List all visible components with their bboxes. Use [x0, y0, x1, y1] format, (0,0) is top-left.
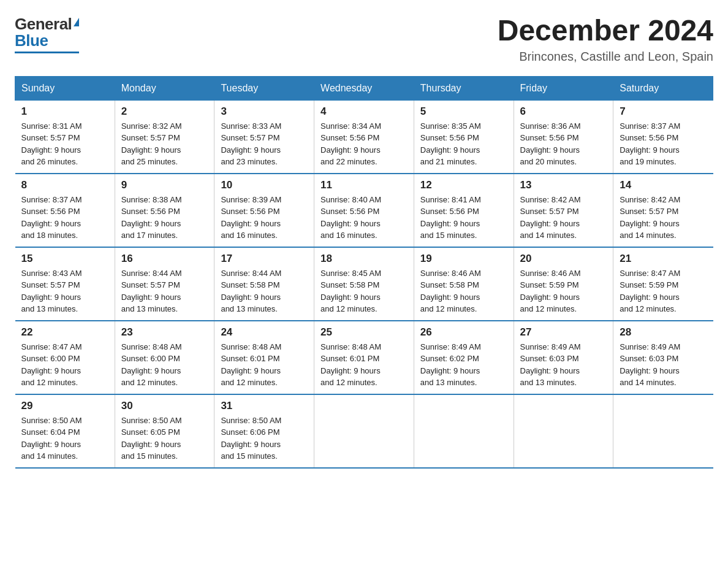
calendar-cell: 4 Sunrise: 8:34 AMSunset: 5:56 PMDayligh…	[314, 100, 414, 174]
day-number: 29	[21, 400, 108, 412]
column-header-friday: Friday	[514, 76, 613, 100]
day-number: 12	[420, 179, 507, 191]
day-number: 9	[121, 179, 208, 191]
calendar-cell: 27 Sunrise: 8:49 AMSunset: 6:03 PMDaylig…	[514, 321, 613, 394]
day-info: Sunrise: 8:48 AMSunset: 6:00 PMDaylight:…	[121, 341, 208, 389]
day-number: 11	[320, 179, 408, 191]
calendar-header-row: SundayMondayTuesdayWednesdayThursdayFrid…	[15, 76, 713, 100]
location-subtitle: Brincones, Castille and Leon, Spain	[498, 50, 713, 64]
day-info: Sunrise: 8:37 AMSunset: 5:56 PMDaylight:…	[21, 194, 108, 242]
title-block: December 2024 Brincones, Castille and Le…	[498, 15, 713, 64]
calendar-cell: 12 Sunrise: 8:41 AMSunset: 5:56 PMDaylig…	[414, 174, 514, 247]
day-info: Sunrise: 8:37 AMSunset: 5:56 PMDaylight:…	[620, 120, 707, 168]
calendar-cell: 5 Sunrise: 8:35 AMSunset: 5:56 PMDayligh…	[414, 100, 514, 174]
calendar-week-row: 1 Sunrise: 8:31 AMSunset: 5:57 PMDayligh…	[15, 100, 713, 174]
calendar-cell: 19 Sunrise: 8:46 AMSunset: 5:58 PMDaylig…	[414, 247, 514, 321]
day-info: Sunrise: 8:47 AMSunset: 5:59 PMDaylight:…	[620, 267, 707, 315]
day-info: Sunrise: 8:50 AMSunset: 6:06 PMDaylight:…	[221, 415, 308, 462]
day-info: Sunrise: 8:33 AMSunset: 5:57 PMDaylight:…	[221, 120, 308, 168]
calendar-cell	[613, 394, 713, 468]
day-info: Sunrise: 8:42 AMSunset: 5:57 PMDaylight:…	[620, 194, 707, 242]
day-info: Sunrise: 8:46 AMSunset: 5:59 PMDaylight:…	[520, 267, 607, 315]
column-header-tuesday: Tuesday	[214, 76, 314, 100]
calendar-week-row: 8 Sunrise: 8:37 AMSunset: 5:56 PMDayligh…	[15, 174, 713, 247]
calendar-cell: 22 Sunrise: 8:47 AMSunset: 6:00 PMDaylig…	[15, 321, 115, 394]
day-number: 25	[320, 326, 408, 339]
day-info: Sunrise: 8:49 AMSunset: 6:03 PMDaylight:…	[620, 341, 707, 389]
calendar-cell: 24 Sunrise: 8:48 AMSunset: 6:01 PMDaylig…	[214, 321, 314, 394]
calendar-cell: 20 Sunrise: 8:46 AMSunset: 5:59 PMDaylig…	[514, 247, 613, 321]
column-header-monday: Monday	[115, 76, 214, 100]
day-info: Sunrise: 8:39 AMSunset: 5:56 PMDaylight:…	[221, 194, 308, 242]
day-info: Sunrise: 8:40 AMSunset: 5:56 PMDaylight:…	[320, 194, 408, 242]
calendar-cell: 30 Sunrise: 8:50 AMSunset: 6:05 PMDaylig…	[115, 394, 214, 468]
day-number: 10	[221, 179, 308, 191]
calendar-cell: 25 Sunrise: 8:48 AMSunset: 6:01 PMDaylig…	[314, 321, 414, 394]
day-info: Sunrise: 8:35 AMSunset: 5:56 PMDaylight:…	[420, 120, 507, 168]
day-number: 17	[221, 253, 308, 265]
day-number: 14	[620, 179, 707, 191]
day-number: 30	[121, 400, 208, 412]
day-number: 6	[520, 105, 607, 118]
calendar-cell: 7 Sunrise: 8:37 AMSunset: 5:56 PMDayligh…	[613, 100, 713, 174]
day-info: Sunrise: 8:42 AMSunset: 5:57 PMDaylight:…	[520, 194, 607, 242]
calendar-cell	[314, 394, 414, 468]
calendar-cell: 2 Sunrise: 8:32 AMSunset: 5:57 PMDayligh…	[115, 100, 214, 174]
day-info: Sunrise: 8:45 AMSunset: 5:58 PMDaylight:…	[320, 267, 408, 315]
calendar-table: SundayMondayTuesdayWednesdayThursdayFrid…	[15, 76, 713, 469]
calendar-cell: 15 Sunrise: 8:43 AMSunset: 5:57 PMDaylig…	[15, 247, 115, 321]
calendar-cell: 9 Sunrise: 8:38 AMSunset: 5:56 PMDayligh…	[115, 174, 214, 247]
day-info: Sunrise: 8:38 AMSunset: 5:56 PMDaylight:…	[121, 194, 208, 242]
column-header-saturday: Saturday	[613, 76, 713, 100]
calendar-cell: 14 Sunrise: 8:42 AMSunset: 5:57 PMDaylig…	[613, 174, 713, 247]
day-info: Sunrise: 8:49 AMSunset: 6:02 PMDaylight:…	[420, 341, 507, 389]
day-number: 7	[620, 105, 707, 118]
day-info: Sunrise: 8:32 AMSunset: 5:57 PMDaylight:…	[121, 120, 208, 168]
day-number: 8	[21, 179, 108, 191]
day-number: 4	[320, 105, 408, 118]
calendar-week-row: 15 Sunrise: 8:43 AMSunset: 5:57 PMDaylig…	[15, 247, 713, 321]
day-info: Sunrise: 8:48 AMSunset: 6:01 PMDaylight:…	[221, 341, 308, 389]
logo: General Blue	[15, 15, 79, 53]
calendar-cell: 1 Sunrise: 8:31 AMSunset: 5:57 PMDayligh…	[15, 100, 115, 174]
day-number: 26	[420, 326, 507, 339]
day-number: 31	[221, 400, 308, 412]
day-info: Sunrise: 8:46 AMSunset: 5:58 PMDaylight:…	[420, 267, 507, 315]
day-number: 19	[420, 253, 507, 265]
calendar-cell: 6 Sunrise: 8:36 AMSunset: 5:56 PMDayligh…	[514, 100, 613, 174]
day-info: Sunrise: 8:48 AMSunset: 6:01 PMDaylight:…	[320, 341, 408, 389]
day-info: Sunrise: 8:44 AMSunset: 5:57 PMDaylight:…	[121, 267, 208, 315]
day-info: Sunrise: 8:44 AMSunset: 5:58 PMDaylight:…	[221, 267, 308, 315]
day-info: Sunrise: 8:31 AMSunset: 5:57 PMDaylight:…	[21, 120, 108, 168]
calendar-week-row: 29 Sunrise: 8:50 AMSunset: 6:04 PMDaylig…	[15, 394, 713, 468]
day-number: 21	[620, 253, 707, 265]
calendar-cell: 23 Sunrise: 8:48 AMSunset: 6:00 PMDaylig…	[115, 321, 214, 394]
calendar-cell: 16 Sunrise: 8:44 AMSunset: 5:57 PMDaylig…	[115, 247, 214, 321]
calendar-cell: 10 Sunrise: 8:39 AMSunset: 5:56 PMDaylig…	[214, 174, 314, 247]
day-number: 1	[21, 105, 108, 118]
day-number: 24	[221, 326, 308, 339]
day-number: 22	[21, 326, 108, 339]
logo-blue-text: Blue	[15, 31, 48, 50]
calendar-cell: 28 Sunrise: 8:49 AMSunset: 6:03 PMDaylig…	[613, 321, 713, 394]
day-info: Sunrise: 8:36 AMSunset: 5:56 PMDaylight:…	[520, 120, 607, 168]
calendar-cell: 26 Sunrise: 8:49 AMSunset: 6:02 PMDaylig…	[414, 321, 514, 394]
day-info: Sunrise: 8:47 AMSunset: 6:00 PMDaylight:…	[21, 341, 108, 389]
column-header-thursday: Thursday	[414, 76, 514, 100]
calendar-cell: 17 Sunrise: 8:44 AMSunset: 5:58 PMDaylig…	[214, 247, 314, 321]
calendar-cell: 18 Sunrise: 8:45 AMSunset: 5:58 PMDaylig…	[314, 247, 414, 321]
day-number: 5	[420, 105, 507, 118]
calendar-cell: 29 Sunrise: 8:50 AMSunset: 6:04 PMDaylig…	[15, 394, 115, 468]
calendar-cell: 21 Sunrise: 8:47 AMSunset: 5:59 PMDaylig…	[613, 247, 713, 321]
calendar-cell: 31 Sunrise: 8:50 AMSunset: 6:06 PMDaylig…	[214, 394, 314, 468]
column-header-wednesday: Wednesday	[314, 76, 414, 100]
month-title: December 2024	[498, 15, 713, 47]
day-number: 15	[21, 253, 108, 265]
day-number: 13	[520, 179, 607, 191]
day-number: 18	[320, 253, 408, 265]
calendar-week-row: 22 Sunrise: 8:47 AMSunset: 6:00 PMDaylig…	[15, 321, 713, 394]
page-header: General Blue December 2024 Brincones, Ca…	[15, 15, 713, 64]
day-info: Sunrise: 8:43 AMSunset: 5:57 PMDaylight:…	[21, 267, 108, 315]
calendar-cell: 13 Sunrise: 8:42 AMSunset: 5:57 PMDaylig…	[514, 174, 613, 247]
day-number: 20	[520, 253, 607, 265]
